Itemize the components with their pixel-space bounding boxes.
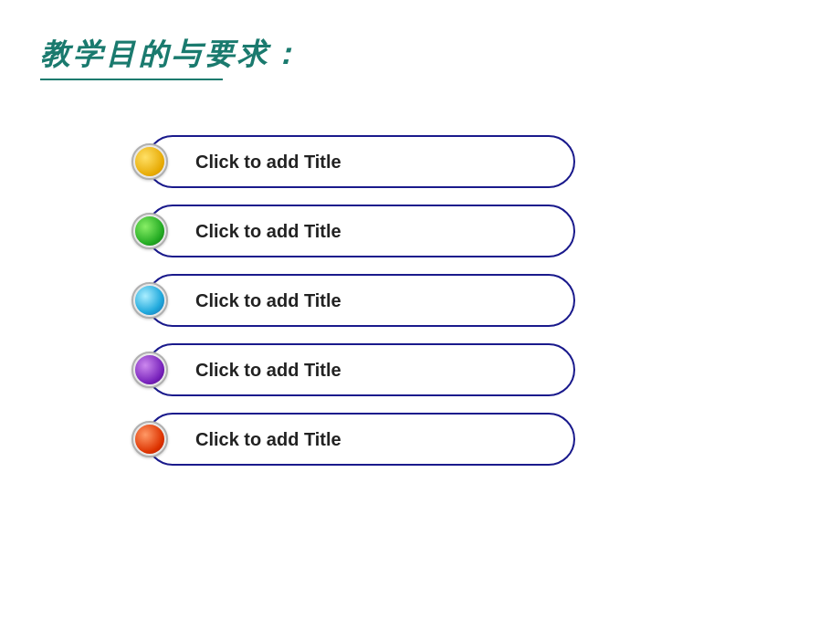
header-underline: [40, 79, 223, 80]
bullet-4: [131, 352, 168, 388]
item-box-3[interactable]: Click to add Title: [146, 274, 575, 327]
items-container: Click to add TitleClick to add TitleClic…: [146, 135, 575, 466]
bullet-inner-3: [135, 286, 164, 315]
slide: 教学目的与要求： Click to add TitleClick to add …: [0, 0, 840, 630]
bullet-2: [131, 213, 168, 249]
item-label-2: Click to add Title: [195, 221, 341, 242]
item-label-1: Click to add Title: [195, 152, 341, 173]
bullet-1: [131, 143, 168, 180]
item-box-1[interactable]: Click to add Title: [146, 135, 575, 188]
bullet-inner-4: [135, 355, 164, 384]
item-box-5[interactable]: Click to add Title: [146, 413, 575, 466]
bullet-5: [131, 421, 168, 457]
item-label-4: Click to add Title: [195, 360, 341, 381]
header-title: 教学目的与要求：: [40, 35, 303, 75]
bullet-3: [131, 282, 168, 319]
item-row-4: Click to add Title: [146, 343, 575, 396]
bullet-inner-1: [135, 147, 164, 176]
item-box-2[interactable]: Click to add Title: [146, 205, 575, 257]
item-row-5: Click to add Title: [146, 413, 575, 466]
item-label-5: Click to add Title: [195, 429, 341, 450]
item-row-2: Click to add Title: [146, 205, 575, 257]
header: 教学目的与要求：: [40, 35, 303, 80]
item-box-4[interactable]: Click to add Title: [146, 343, 575, 396]
item-row-1: Click to add Title: [146, 135, 575, 188]
item-row-3: Click to add Title: [146, 274, 575, 327]
item-label-3: Click to add Title: [195, 290, 341, 311]
bullet-inner-5: [135, 425, 164, 454]
bullet-inner-2: [135, 216, 164, 246]
